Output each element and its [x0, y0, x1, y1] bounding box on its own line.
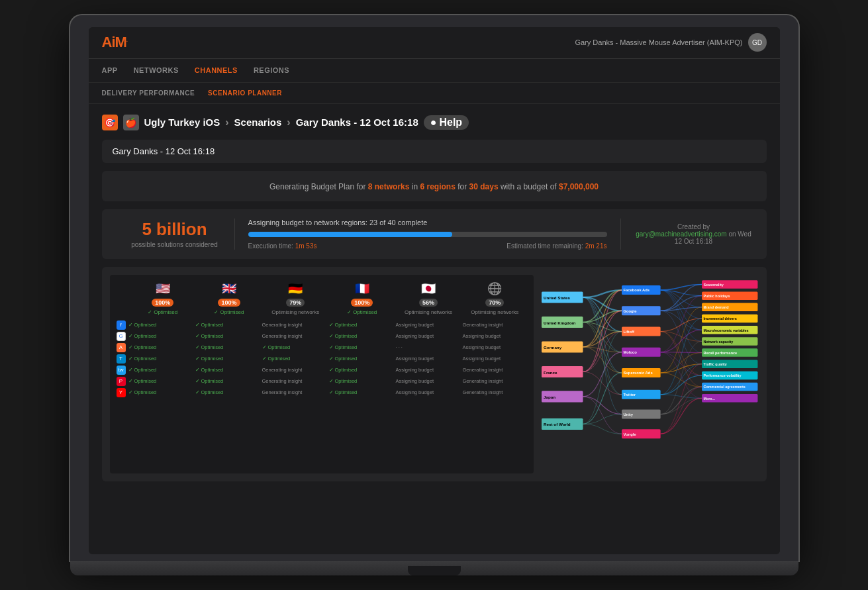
- label-holidays: Public holidays: [703, 294, 730, 298]
- cell-a-de: ✓ Optimised: [262, 344, 326, 350]
- label-perf: Performance volatility: [703, 373, 741, 377]
- col-us: 🇺🇸 100% ✓ Optimised: [131, 281, 195, 315]
- exec-time-label: Execution time: 1m 53s: [248, 242, 317, 250]
- label-twitter: Twitter: [623, 393, 636, 397]
- label-fr: France: [544, 369, 557, 374]
- label-row: Rest of World: [544, 422, 571, 426]
- nav-app[interactable]: APP: [102, 66, 118, 74]
- help-icon: ●: [430, 117, 437, 128]
- cell-tw-de: Generating insight: [262, 367, 326, 373]
- label-macro: Macro/economic variables: [703, 328, 748, 332]
- breadcrumb-icon-1: 🎯: [102, 115, 118, 130]
- breadcrumb-part-1[interactable]: Ugly Turkey iOS: [144, 117, 220, 128]
- nav-channels[interactable]: CHANNELS: [195, 66, 238, 74]
- flow-fb-s4: [660, 290, 701, 319]
- cell-fb-de: Generating insight: [262, 322, 326, 328]
- cell-fb-row: Generating insight: [463, 322, 527, 328]
- nav-delivery-performance[interactable]: DELIVERY PERFORMANCE: [102, 89, 195, 97]
- network-icon-yt: Y: [117, 388, 126, 397]
- laptop-base: [70, 561, 798, 575]
- cell-y-fr: ✓ Optimised: [329, 389, 393, 395]
- col-jp: 🇯🇵 56% Optimising networks: [397, 281, 460, 315]
- label-network-cap: Network capacity: [703, 339, 733, 343]
- nav-networks[interactable]: NETWORKS: [134, 66, 179, 74]
- progress-fill: [248, 232, 453, 237]
- label-incremental: Incremental drivers: [703, 317, 736, 320]
- pct-row: 70%: [485, 299, 504, 307]
- label-us: United States: [544, 295, 570, 300]
- label-recall: Recall performance: [703, 350, 737, 354]
- label-uk: United Kingdom: [544, 320, 576, 324]
- status-jp: Optimising networks: [405, 309, 452, 315]
- cell-t-jp: Assigning budget: [396, 356, 460, 362]
- cell-a-us: ✓ Optimised: [128, 344, 193, 350]
- grid-rows: f ✓ Optimised ✓ Optimised Generating ins…: [117, 320, 527, 397]
- assign-label: Assigning budget to network regions: 23 …: [248, 219, 607, 226]
- network-icon-app: A: [117, 343, 126, 352]
- pct-de: 79%: [286, 299, 305, 307]
- cell-p-us: ✓ Optimised: [128, 378, 193, 384]
- flow-us-s: [583, 297, 622, 373]
- breadcrumb-part-2[interactable]: Scenarios: [234, 117, 282, 128]
- created-label: Created by: [677, 223, 710, 230]
- cell-a-fr: ✓ Optimised: [329, 344, 393, 350]
- pct-us: 100%: [152, 299, 173, 307]
- label-jp: Japan: [544, 395, 555, 399]
- avatar: GD: [748, 33, 767, 52]
- solutions-number: 5 billion: [115, 219, 234, 240]
- table-row: tw ✓ Optimised ✓ Optimised Generating in…: [117, 366, 527, 375]
- help-button[interactable]: ● Help: [424, 115, 469, 130]
- nav-scenario-planner[interactable]: SCENARIO PLANNER: [208, 89, 282, 97]
- cell-y-row: Generating insight: [463, 389, 527, 395]
- stat-progress: Assigning budget to network regions: 23 …: [234, 219, 621, 250]
- stat-solutions: 5 billion possible solutions considered: [115, 219, 234, 248]
- cell-tw-uk: ✓ Optimised: [195, 367, 260, 373]
- table-row: A ✓ Optimised ✓ Optimised ✓ Optimised ✓ …: [117, 343, 527, 352]
- cell-p-de: Generating insight: [262, 378, 326, 384]
- remaining-time: 2m 21s: [585, 242, 607, 250]
- cell-fb-fr: ✓ Optimised: [329, 322, 393, 328]
- label-traffic: Traffic quality: [703, 362, 726, 366]
- cell-t-uk: ✓ Optimised: [195, 356, 260, 362]
- flag-uk: 🇬🇧: [222, 281, 236, 296]
- cell-p-jp: Assigning budget: [396, 378, 460, 384]
- cell-a-jp: · · ·: [396, 344, 460, 350]
- pct-uk: 100%: [218, 299, 240, 307]
- col-de: 🇩🇪 79% Optimising networks: [264, 281, 327, 315]
- budget-networks: 8 networks: [368, 182, 410, 191]
- flow-v-r3: [660, 398, 701, 434]
- label-unity: Unity: [623, 412, 633, 416]
- cell-tw-us: ✓ Optimised: [128, 367, 193, 373]
- page-content: 🎯 🍎 Ugly Turkey iOS › Scenarios › Gary D…: [89, 104, 780, 554]
- cell-y-de: Generating insight: [262, 389, 326, 395]
- status-us: ✓ Optimised: [148, 309, 177, 315]
- solutions-label: possible solutions considered: [115, 241, 234, 248]
- cell-fb-us: ✓ Optimised: [128, 322, 193, 328]
- main-nav: APP NETWORKS CHANNELS REGIONS: [89, 59, 780, 83]
- flow-tw-r1: [660, 319, 701, 395]
- table-row: Y ✓ Optimised ✓ Optimised Generating ins…: [117, 388, 527, 397]
- label-seasonality: Seasonality: [703, 282, 723, 286]
- cell-fb-jp: Assigning budget: [396, 322, 460, 328]
- nav-regions[interactable]: REGIONS: [254, 66, 289, 74]
- logo: AiM.: [102, 34, 128, 51]
- cell-p-row: Generating insight: [463, 378, 527, 384]
- col-fr: 🇫🇷 100% ✓ Optimised: [330, 281, 393, 315]
- status-de: Optimising networks: [271, 309, 319, 315]
- created-email[interactable]: gary@machineadvertising.com: [636, 230, 726, 238]
- budget-text-2: in: [412, 182, 420, 191]
- laptop-container: AiM. Gary Danks - Massive Mouse Advertis…: [70, 15, 798, 575]
- network-grid: 🇺🇸 100% ✓ Optimised 🇬🇧 100% ✓ Optimised: [110, 275, 534, 474]
- label-brand: Brand demand: [703, 305, 728, 309]
- label-more: More...: [703, 396, 715, 400]
- network-icon-g: G: [117, 332, 126, 341]
- scenario-title-text: Gary Danks - 12 Oct 16:18: [113, 146, 215, 156]
- progress-bar: [248, 232, 607, 237]
- label-moloco: Moloco: [623, 350, 637, 354]
- cell-g-row: Assigning budget: [463, 333, 527, 339]
- label-fb: Facebook Ads: [623, 288, 650, 292]
- flag-us: 🇺🇸: [156, 281, 170, 296]
- breadcrumb-sep-2: ›: [287, 117, 290, 128]
- cell-t-us: ✓ Optimised: [128, 356, 193, 362]
- status-uk: ✓ Optimised: [214, 309, 244, 315]
